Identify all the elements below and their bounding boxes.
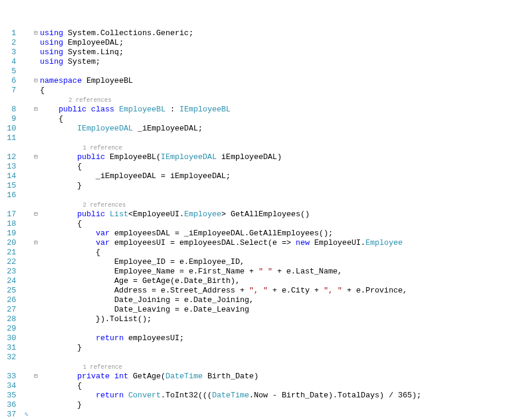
fold-toggle: [32, 324, 40, 334]
code-line[interactable]: return employeesUI;: [40, 334, 512, 343]
line-number: 1: [0, 29, 16, 38]
code-line[interactable]: [40, 67, 512, 76]
line-number: 18: [0, 219, 16, 229]
line-number: 20: [0, 238, 16, 248]
token: 2 references: [40, 202, 126, 209]
token: using: [40, 29, 63, 38]
code-line[interactable]: {: [40, 86, 512, 95]
code-line[interactable]: Address = e.Street_Address + ", " + e.Ci…: [40, 286, 512, 295]
line-number: 15: [0, 181, 16, 191]
token: namespace: [40, 76, 82, 85]
token: EmployeeBL(: [105, 153, 161, 161]
code-editor[interactable]: 1234567891011121314151617181920212223242…: [0, 29, 512, 420]
line-number: 35: [0, 391, 16, 400]
fold-toggle: [32, 257, 40, 267]
token: [40, 372, 77, 381]
token: new: [296, 238, 309, 247]
line-number: [0, 362, 16, 372]
line-number: [0, 95, 16, 105]
code-line[interactable]: }: [40, 400, 512, 410]
code-line[interactable]: Employee_ID = e.Employee_ID,: [40, 257, 512, 267]
code-line[interactable]: return Convert.ToInt32(((DateTime.Now - …: [40, 391, 512, 400]
token: IEmployeeDAL: [77, 124, 133, 133]
margin-indicator: [21, 114, 32, 124]
code-line[interactable]: {: [40, 248, 512, 257]
token: employeesDAL = _iEmployeeDAL.GetAllEmplo…: [110, 229, 333, 238]
fold-toggle: [32, 334, 40, 343]
code-line[interactable]: [40, 133, 512, 143]
token: Employee_Name = e.First_Name +: [40, 267, 259, 276]
code-line[interactable]: {: [40, 114, 512, 124]
fold-toggle: [32, 57, 40, 67]
code-line[interactable]: [40, 410, 512, 419]
fold-toggle: [32, 219, 40, 229]
code-line[interactable]: public EmployeeBL(IEmployeeDAL iEmployee…: [40, 153, 512, 162]
line-number-gutter: 1234567891011121314151617181920212223242…: [0, 29, 21, 420]
token: [105, 210, 110, 219]
fold-toggle[interactable]: ⊟: [32, 238, 40, 248]
fold-toggle: [32, 67, 40, 76]
margin-indicator: [21, 153, 32, 162]
code-line[interactable]: var employeesUI = employeesDAL.Select(e …: [40, 238, 512, 248]
line-number: 17: [0, 210, 16, 219]
token: DateTime: [212, 391, 249, 400]
code-line[interactable]: Date_Joining = e.Date_Joining,: [40, 295, 512, 305]
code-line[interactable]: 2 references: [40, 200, 512, 210]
code-line[interactable]: var employeesDAL = _iEmployeeDAL.GetAllE…: [40, 229, 512, 238]
fold-toggle[interactable]: ⊟: [32, 29, 40, 38]
code-line[interactable]: {: [40, 162, 512, 172]
fold-toggle[interactable]: ⊟: [32, 153, 40, 162]
code-line[interactable]: private int GetAge(DateTime Birth_Date): [40, 372, 512, 381]
code-line[interactable]: {: [40, 219, 512, 229]
token: EmployeeBL: [82, 76, 133, 85]
code-line[interactable]: {: [40, 381, 512, 391]
code-line[interactable]: [40, 324, 512, 334]
margin-indicator: [21, 391, 32, 400]
code-line[interactable]: using System;: [40, 57, 512, 67]
code-line[interactable]: IEmployeeDAL _iEmployeeDAL;: [40, 124, 512, 133]
code-line[interactable]: Age = GetAge(e.Date_Birth),: [40, 276, 512, 286]
code-line[interactable]: using System.Collections.Generic;: [40, 29, 512, 38]
margin-indicator: [21, 76, 32, 86]
fold-toggle[interactable]: ⊟: [32, 372, 40, 381]
token: class: [91, 105, 114, 114]
code-line[interactable]: _iEmployeeDAL = iEmployeeDAL;: [40, 172, 512, 181]
code-line[interactable]: }: [40, 343, 512, 353]
line-number: [0, 200, 16, 210]
line-number: 25: [0, 286, 16, 295]
code-line[interactable]: using System.Linq;: [40, 48, 512, 57]
code-area[interactable]: using System.Collections.Generic;using E…: [40, 29, 512, 420]
code-line[interactable]: Employee_Name = e.First_Name + " " + e.L…: [40, 267, 512, 276]
code-line[interactable]: public class EmployeeBL : IEmployeeBL: [40, 105, 512, 114]
fold-toggle[interactable]: ⊟: [32, 105, 40, 114]
code-line[interactable]: 1 reference: [40, 362, 512, 372]
token: + e.Last_Name,: [272, 267, 342, 276]
token: ", ": [249, 286, 268, 295]
token: return: [96, 391, 124, 400]
code-line[interactable]: using EmployeeDAL;: [40, 38, 512, 48]
fold-column[interactable]: ⊟⊟⊟⊟⊟⊟⊟: [32, 29, 40, 420]
code-line[interactable]: }).ToList();: [40, 315, 512, 324]
token: Employee: [365, 238, 402, 247]
code-line[interactable]: 1 reference: [40, 143, 512, 153]
code-line[interactable]: [40, 353, 512, 362]
fold-toggle: [32, 381, 40, 391]
token: {: [40, 114, 63, 123]
code-line[interactable]: [40, 191, 512, 200]
code-line[interactable]: }: [40, 181, 512, 191]
code-line[interactable]: Date_Leaving = e.Date_Leaving: [40, 305, 512, 315]
fold-toggle: [32, 86, 40, 95]
margin-indicator: [21, 362, 32, 372]
fold-toggle: [32, 353, 40, 362]
fold-toggle[interactable]: ⊟: [32, 76, 40, 86]
token: public: [77, 210, 105, 219]
token: .Now - Birth_Date).TotalDays) / 365);: [249, 391, 421, 400]
code-line[interactable]: namespace EmployeeBL: [40, 76, 512, 86]
code-line[interactable]: 2 references: [40, 95, 512, 105]
fold-toggle: [32, 114, 40, 124]
token: Age = GetAge(e.Date_Birth),: [40, 276, 240, 285]
code-line[interactable]: public List<EmployeeUI.Employee> GetAllE…: [40, 210, 512, 219]
fold-toggle: [32, 38, 40, 48]
token: Address = e.Street_Address +: [40, 286, 249, 295]
fold-toggle[interactable]: ⊟: [32, 210, 40, 219]
